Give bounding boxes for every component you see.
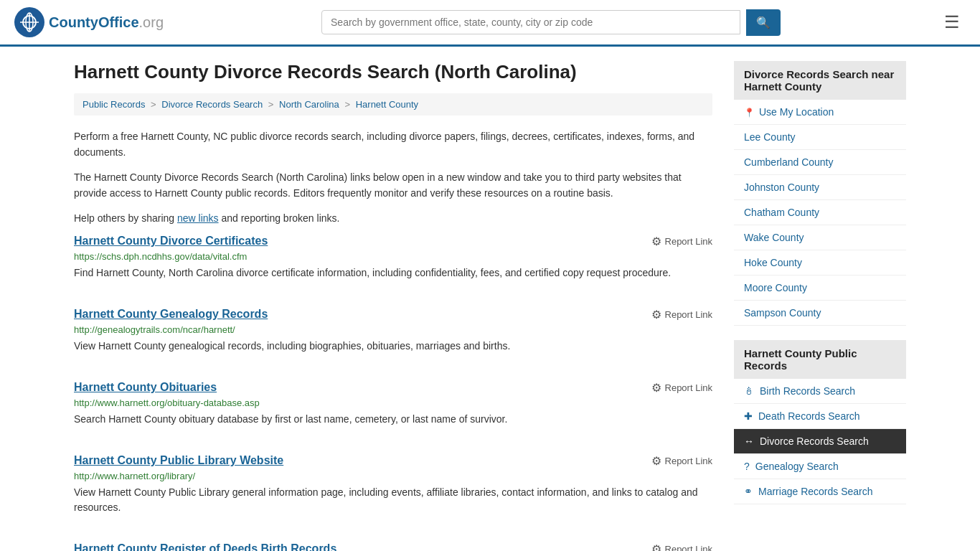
- report-link[interactable]: ⚙ Report Link: [651, 308, 712, 321]
- divorce-icon: ↔: [744, 435, 754, 447]
- content-area: Harnett County Divorce Records Search (N…: [74, 61, 712, 551]
- breadcrumb-nc[interactable]: North Carolina: [279, 99, 339, 110]
- marriage-icon: ⚭: [744, 486, 753, 497]
- record-item-header: Harnett County Public Library Website ⚙ …: [74, 454, 712, 468]
- search-input[interactable]: [321, 10, 740, 34]
- nearby-section: Divorce Records Search near Harnett Coun…: [734, 61, 906, 326]
- record-title-link[interactable]: Harnett County Genealogy Records: [74, 308, 268, 321]
- sidebar-list-item[interactable]: Johnston County: [734, 175, 906, 200]
- record-url: http://www.harnett.org/obituary-database…: [74, 397, 712, 408]
- main-container: Harnett County Divorce Records Search (N…: [60, 47, 920, 551]
- record-url: http://www.harnett.org/library/: [74, 471, 712, 481]
- search-icon: 🔍: [756, 17, 771, 29]
- breadcrumb-public-records[interactable]: Public Records: [83, 99, 145, 110]
- record-title-link[interactable]: Harnett County Public Library Website: [74, 454, 283, 467]
- search-area: 🔍: [321, 9, 781, 36]
- public-records-list: 🕯 Birth Records Search ✚ Death Records S…: [734, 379, 906, 504]
- search-button[interactable]: 🔍: [746, 9, 781, 36]
- records-list: Harnett County Divorce Certificates ⚙ Re…: [74, 235, 712, 551]
- record-desc: Find Harnett County, North Carolina divo…: [74, 265, 712, 281]
- county-link[interactable]: Chatham County: [734, 200, 906, 225]
- logo-area: CountyOffice.org: [14, 7, 164, 37]
- record-item: Harnett County Genealogy Records ⚙ Repor…: [74, 308, 712, 361]
- county-link[interactable]: Sampson County: [734, 301, 906, 325]
- record-desc: Search Harnett County obituary database …: [74, 412, 712, 427]
- genealogy-link[interactable]: ? Genealogy Search: [734, 454, 906, 479]
- sidebar-list-item[interactable]: Cumberland County: [734, 150, 906, 175]
- divorce-records-link[interactable]: ↔ Divorce Records Search: [734, 429, 906, 453]
- logo-icon: [14, 7, 44, 37]
- breadcrumb-sep1: >: [151, 99, 159, 110]
- county-link[interactable]: Hoke County: [734, 250, 906, 275]
- breadcrumb-divorce-records[interactable]: Divorce Records Search: [161, 99, 263, 110]
- sidebar-list-item[interactable]: Chatham County: [734, 200, 906, 225]
- breadcrumb-harnett[interactable]: Harnett County: [356, 99, 418, 110]
- report-link[interactable]: ⚙ Report Link: [651, 235, 712, 248]
- record-item: Harnett County Register of Deeds Birth R…: [74, 542, 712, 551]
- page-title: Harnett County Divorce Records Search (N…: [74, 61, 712, 83]
- breadcrumb-sep3: >: [344, 99, 352, 110]
- death-records-link[interactable]: ✚ Death Records Search: [734, 404, 906, 428]
- report-link[interactable]: ⚙ Report Link: [651, 454, 712, 468]
- record-item-header: Harnett County Divorce Certificates ⚙ Re…: [74, 235, 712, 248]
- pub-record-item-marriage[interactable]: ⚭ Marriage Records Search: [734, 479, 906, 504]
- report-icon: ⚙: [651, 381, 661, 395]
- record-item-header: Harnett County Register of Deeds Birth R…: [74, 542, 712, 551]
- sidebar-list-item[interactable]: Lee County: [734, 125, 906, 150]
- county-link[interactable]: Lee County: [734, 125, 906, 149]
- pub-record-item-divorce[interactable]: ↔ Divorce Records Search: [734, 429, 906, 454]
- sidebar-list-item[interactable]: Sampson County: [734, 301, 906, 326]
- sidebar: Divorce Records Search near Harnett Coun…: [734, 61, 906, 551]
- sidebar-list-item[interactable]: Wake County: [734, 225, 906, 250]
- genealogy-icon: ?: [744, 461, 750, 472]
- record-title-link[interactable]: Harnett County Obituaries: [74, 381, 217, 394]
- county-link[interactable]: Cumberland County: [734, 150, 906, 174]
- record-title-link[interactable]: Harnett County Register of Deeds Birth R…: [74, 542, 336, 551]
- new-links-link[interactable]: new links: [177, 212, 219, 224]
- marriage-records-link[interactable]: ⚭ Marriage Records Search: [734, 479, 906, 504]
- death-icon: ✚: [744, 410, 753, 422]
- report-link[interactable]: ⚙ Report Link: [651, 542, 712, 551]
- use-my-location-link[interactable]: Use My Location: [734, 100, 906, 124]
- pub-record-item-genealogy[interactable]: ? Genealogy Search: [734, 454, 906, 479]
- record-item-header: Harnett County Genealogy Records ⚙ Repor…: [74, 308, 712, 321]
- public-records-section: Harnett County Public Records 🕯 Birth Re…: [734, 340, 906, 504]
- record-title-link[interactable]: Harnett County Divorce Certificates: [74, 235, 268, 248]
- logo-text: CountyOffice.org: [49, 14, 164, 31]
- county-link[interactable]: Johnston County: [734, 175, 906, 199]
- birth-icon: 🕯: [744, 385, 754, 397]
- sidebar-list-item[interactable]: Moore County: [734, 276, 906, 301]
- pub-record-item-birth[interactable]: 🕯 Birth Records Search: [734, 379, 906, 404]
- report-link[interactable]: ⚙ Report Link: [651, 381, 712, 395]
- county-link[interactable]: Moore County: [734, 276, 906, 300]
- record-item: Harnett County Public Library Website ⚙ …: [74, 454, 712, 522]
- record-item-header: Harnett County Obituaries ⚙ Report Link: [74, 381, 712, 395]
- county-link[interactable]: Wake County: [734, 225, 906, 250]
- description-para1: Perform a free Harnett County, NC public…: [74, 128, 712, 161]
- breadcrumb-sep2: >: [268, 99, 276, 110]
- hamburger-menu-button[interactable]: ☰: [938, 9, 966, 35]
- report-icon: ⚙: [651, 542, 661, 551]
- record-desc: View Harnett County Public Library gener…: [74, 485, 712, 515]
- breadcrumb: Public Records > Divorce Records Search …: [74, 93, 712, 116]
- birth-records-link[interactable]: 🕯 Birth Records Search: [734, 379, 906, 403]
- report-icon: ⚙: [651, 308, 661, 321]
- nearby-county-list: Use My Location Lee County Cumberland Co…: [734, 100, 906, 326]
- nearby-section-title: Divorce Records Search near Harnett Coun…: [734, 61, 906, 100]
- record-url: https://schs.dph.ncdhhs.gov/data/vital.c…: [74, 251, 712, 262]
- pub-record-item-death[interactable]: ✚ Death Records Search: [734, 404, 906, 429]
- record-url: http://genealogytrails.com/ncar/harnett/: [74, 324, 712, 335]
- sidebar-list-item[interactable]: Hoke County: [734, 250, 906, 276]
- report-icon: ⚙: [651, 454, 661, 468]
- site-header: CountyOffice.org 🔍 ☰: [0, 0, 980, 47]
- record-desc: View Harnett County genealogical records…: [74, 339, 712, 354]
- description-para3: Help others by sharing new links and rep…: [74, 210, 712, 226]
- record-item: Harnett County Divorce Certificates ⚙ Re…: [74, 235, 712, 288]
- report-icon: ⚙: [651, 235, 661, 248]
- use-my-location-item[interactable]: Use My Location: [734, 100, 906, 125]
- record-item: Harnett County Obituaries ⚙ Report Link …: [74, 381, 712, 434]
- public-records-section-title: Harnett County Public Records: [734, 340, 906, 379]
- description-para2: The Harnett County Divorce Records Searc…: [74, 169, 712, 202]
